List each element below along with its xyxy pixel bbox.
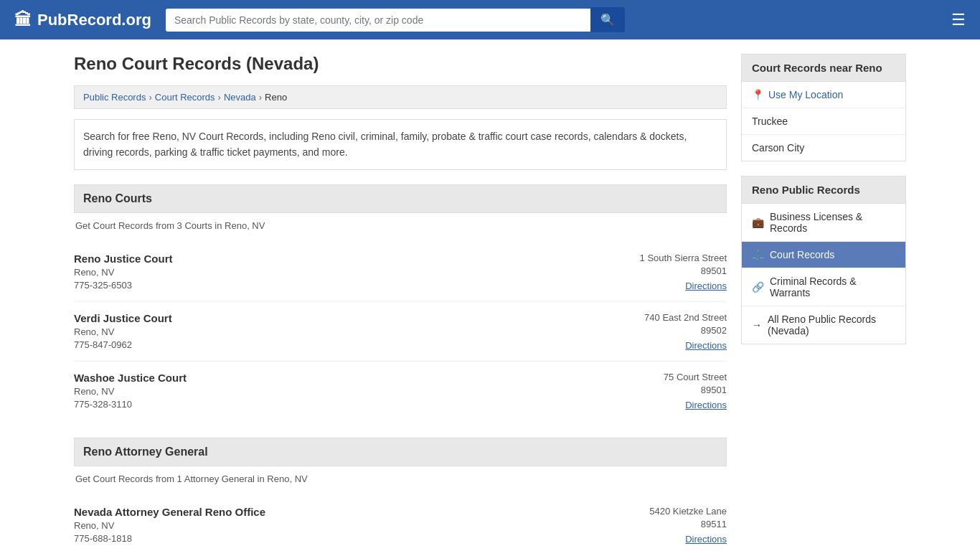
search-input[interactable] [166,9,590,32]
breadcrumb-sep-2: › [218,92,221,103]
briefcase-icon: 💼 [752,217,764,228]
sidebar: Court Records near Reno 📍 Use My Locatio… [741,54,906,551]
logo-text: PubRecord.org [37,11,151,29]
court-info-3: Washoe Justice Court Reno, NV 775-328-31… [74,372,187,410]
breadcrumb: Public Records › Court Records › Nevada … [74,85,727,109]
search-button[interactable]: 🔍 [590,7,625,32]
carson-city-label: Carson City [752,142,804,154]
court-info-2: Verdi Justice Court Reno, NV 775-847-096… [74,312,172,350]
sidebar-item-court-records[interactable]: ⚖️ Court Records [742,242,905,268]
court-zip-1: 89501 [640,265,727,276]
main-content: Reno Court Records (Nevada) Public Recor… [74,54,727,551]
page-body: Reno Court Records (Nevada) Public Recor… [60,39,920,551]
page-title: Reno Court Records (Nevada) [74,54,727,74]
breadcrumb-nevada[interactable]: Nevada [224,92,256,103]
reno-courts-sub: Get Court Records from 3 Courts in Reno,… [74,220,727,231]
link-icon: 🔗 [752,281,764,293]
attorney-general-header: Reno Attorney General [74,438,727,466]
court-entry-ag-reno: Nevada Attorney General Reno Office Reno… [74,496,727,551]
site-header: 🏛 PubRecord.org 🔍 ☰ [0,0,980,39]
court-city-2: Reno, NV [74,326,172,337]
reno-courts-block: Reno Courts Get Court Records from 3 Cou… [74,184,727,420]
logo-icon: 🏛 [14,10,32,30]
breadcrumb-public-records[interactable]: Public Records [83,92,146,103]
sidebar-use-location[interactable]: 📍 Use My Location [742,82,905,108]
court-name-ag: Nevada Attorney General Reno Office [74,506,265,518]
court-city-ag: Reno, NV [74,520,265,531]
court-zip-2: 89502 [644,325,727,336]
court-address-2: 740 East 2nd Street 89502 Directions [644,312,727,351]
use-location-label: Use My Location [768,89,843,100]
directions-link-2[interactable]: Directions [685,340,727,351]
court-info-ag: Nevada Attorney General Reno Office Reno… [74,506,265,544]
court-name-2: Verdi Justice Court [74,312,172,324]
search-icon: 🔍 [600,14,615,26]
site-logo[interactable]: 🏛 PubRecord.org [14,10,151,30]
court-info-1: Reno Justice Court Reno, NV 775-325-6503 [74,253,173,291]
sidebar-public-records-title: Reno Public Records [742,176,905,204]
court-street-1: 1 South Sierra Street [640,253,727,263]
sidebar-item-court-label: Court Records [770,249,834,260]
court-zip-3: 89501 [664,385,727,395]
arrow-icon: → [752,319,762,331]
court-entry-washoe-justice: Washoe Justice Court Reno, NV 775-328-31… [74,362,727,420]
search-bar: 🔍 [166,7,625,32]
court-phone-ag: 775-688-1818 [74,533,265,544]
court-entry-verdi-justice: Verdi Justice Court Reno, NV 775-847-096… [74,302,727,362]
sidebar-item-carson-city[interactable]: Carson City [742,135,905,161]
attorney-general-block: Reno Attorney General Get Court Records … [74,438,727,551]
sidebar-item-criminal-records[interactable]: 🔗 Criminal Records & Warrants [742,268,905,306]
court-name-1: Reno Justice Court [74,253,173,265]
court-city-1: Reno, NV [74,267,173,278]
sidebar-item-all-label: All Reno Public Records (Nevada) [768,314,895,336]
sidebar-item-business-label: Business Licenses & Records [770,211,895,234]
court-street-3: 75 Court Street [664,372,727,382]
sidebar-near-title: Court Records near Reno [742,55,905,82]
reno-courts-header: Reno Courts [74,184,727,213]
court-street-2: 740 East 2nd Street [644,312,727,323]
directions-link-1[interactable]: Directions [685,281,727,291]
court-street-ag: 5420 Kietzke Lane [649,506,727,517]
breadcrumb-sep-3: › [259,92,262,103]
court-zip-ag: 89511 [649,519,727,529]
court-address-3: 75 Court Street 89501 Directions [664,372,727,410]
page-description: Search for free Reno, NV Court Records, … [74,119,727,170]
breadcrumb-sep-1: › [149,92,151,103]
sidebar-item-criminal-label: Criminal Records & Warrants [770,276,895,298]
court-address-1: 1 South Sierra Street 89501 Directions [640,253,727,291]
court-phone-2: 775-847-0962 [74,339,172,350]
truckee-label: Truckee [752,116,788,127]
court-phone-1: 775-325-6503 [74,280,173,291]
court-address-ag: 5420 Kietzke Lane 89511 Directions [649,506,727,545]
breadcrumb-court-records[interactable]: Court Records [155,92,215,103]
menu-button[interactable]: ☰ [951,12,966,28]
court-phone-3: 775-328-3110 [74,399,187,410]
directions-link-ag[interactable]: Directions [685,534,727,545]
breadcrumb-reno: Reno [265,92,287,103]
sidebar-public-records-box: Reno Public Records 💼 Business Licenses … [741,176,906,344]
court-city-3: Reno, NV [74,386,187,397]
sidebar-item-business-licenses[interactable]: 💼 Business Licenses & Records [742,204,905,242]
directions-link-3[interactable]: Directions [685,400,727,410]
scales-icon: ⚖️ [752,249,764,260]
court-name-3: Washoe Justice Court [74,372,187,384]
sidebar-item-truckee[interactable]: Truckee [742,108,905,135]
sidebar-item-all-records[interactable]: → All Reno Public Records (Nevada) [742,306,905,344]
sidebar-near-reno-box: Court Records near Reno 📍 Use My Locatio… [741,54,906,161]
location-icon: 📍 [752,89,764,100]
attorney-general-sub: Get Court Records from 1 Attorney Genera… [74,474,727,484]
court-entry-reno-justice: Reno Justice Court Reno, NV 775-325-6503… [74,242,727,302]
hamburger-icon: ☰ [951,11,966,29]
